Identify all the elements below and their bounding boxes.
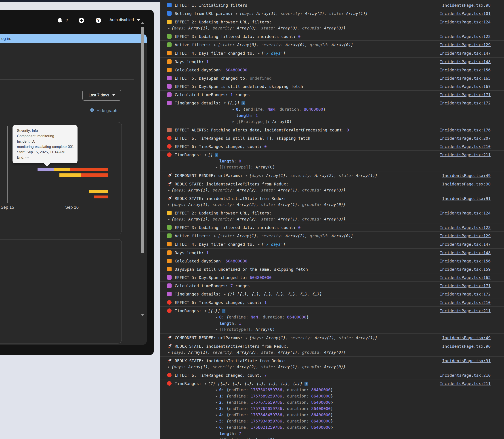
expand-toggle-icon[interactable]: ▶ — [216, 407, 217, 410]
expand-toggle-icon[interactable]: ▶ — [216, 420, 217, 423]
expand-toggle-icon[interactable]: ▶ — [258, 243, 259, 246]
source-link[interactable]: IncidentsPage.tsx:128 — [440, 34, 491, 39]
yellow-square-icon — [167, 20, 172, 24]
expand-toggle-icon[interactable]: ▶ — [216, 395, 217, 398]
expand-toggle-icon[interactable]: ▶ — [168, 365, 169, 368]
source-link[interactable]: IncidentsPage.tsx:211 — [440, 381, 491, 387]
gantt-bar-segment[interactable] — [70, 168, 108, 171]
orange-square-icon — [167, 242, 172, 246]
source-link[interactable]: IncidentsPage.tsx:207 — [440, 135, 491, 141]
source-link[interactable]: IncidentsPage.tsx:148 — [440, 59, 491, 65]
gantt-bar-segment[interactable] — [89, 190, 108, 193]
expand-toggle-icon[interactable]: ▶ — [168, 26, 169, 30]
info-icon[interactable]: i — [215, 153, 218, 157]
info-icon[interactable]: i — [305, 382, 308, 386]
expand-toggle-icon[interactable]: ▶ — [214, 43, 216, 46]
expand-toggle-icon[interactable]: ▶ — [168, 218, 169, 221]
scrollbar-thumb[interactable] — [141, 27, 144, 253]
expand-toggle-icon[interactable]: ▶ — [233, 108, 234, 111]
gantt-bar-segment[interactable] — [81, 173, 108, 177]
source-link[interactable]: IncidentsPage.tsx:156 — [440, 67, 491, 73]
source-link[interactable]: IncidentsPage.tsx:49 — [442, 335, 491, 341]
source-link[interactable]: IncidentsPage.tsx:167 — [440, 84, 491, 89]
source-link[interactable]: IncidentsPage.tsx:98 — [442, 2, 491, 8]
add-button[interactable] — [78, 17, 84, 24]
expand-toggle-icon[interactable]: ▶ — [216, 316, 217, 319]
expand-toggle-icon[interactable]: ▶ — [214, 234, 216, 237]
scroll-up-arrow-icon[interactable] — [141, 22, 144, 24]
expand-toggle-icon[interactable]: ▼ — [224, 102, 226, 105]
expand-toggle-icon[interactable]: ▶ — [224, 293, 226, 296]
expand-toggle-icon[interactable]: ▶ — [216, 388, 217, 391]
expand-toggle-icon[interactable]: ▶ — [258, 52, 259, 55]
source-link[interactable]: IncidentsPage.tsx:129 — [440, 233, 491, 239]
expand-toggle-icon[interactable]: ▶ — [246, 174, 247, 177]
source-link[interactable]: IncidentsPage.tsx:90 — [442, 343, 491, 349]
object-key: state: — [220, 233, 237, 238]
gantt-bar-segment[interactable] — [38, 168, 54, 171]
console-tree-item: ▶[[Prototype]]: Array(0) — [232, 119, 452, 125]
time-range-select[interactable]: Last 7 days — [82, 90, 121, 101]
source-link[interactable]: IncidentsPage.tsx:210 — [440, 300, 491, 305]
expand-toggle-icon[interactable]: ▼ — [205, 153, 206, 157]
expand-toggle-icon[interactable]: ▶ — [233, 120, 234, 123]
help-button[interactable]: ? — [95, 17, 102, 24]
expand-toggle-icon[interactable]: ▼ — [205, 382, 206, 385]
source-link[interactable]: IncidentsPage.tsx:172 — [440, 291, 491, 297]
tooltip-line: Component: monitoring — [17, 134, 78, 139]
app-scrollbar[interactable] — [140, 20, 144, 318]
expand-toggle-icon[interactable]: ▼ — [205, 309, 206, 312]
expand-toggle-icon[interactable]: ▶ — [216, 166, 217, 169]
source-link[interactable]: IncidentsPage.tsx:159 — [440, 267, 491, 272]
expand-toggle-icon[interactable]: ▶ — [216, 413, 217, 416]
source-link[interactable]: IncidentsPage.tsx:211 — [440, 308, 491, 314]
number-value: 604800000 — [250, 275, 272, 280]
source-link[interactable]: IncidentsPage.tsx:124 — [440, 19, 491, 25]
source-link[interactable]: IncidentsPage.tsx:156 — [440, 258, 491, 264]
gantt-bar-segment[interactable] — [59, 173, 81, 177]
source-link[interactable]: IncidentsPage.tsx:176 — [440, 127, 491, 133]
source-link[interactable]: IncidentsPage.tsx:49 — [442, 173, 491, 179]
source-link[interactable]: IncidentsPage.tsx:148 — [440, 250, 491, 256]
auth-dropdown[interactable]: Auth disabled — [109, 18, 140, 22]
notification-bell-group[interactable]: 2 — [57, 17, 68, 24]
console-message-wrapped: ▶{days: Array(1), severity: Array(0), st… — [167, 25, 452, 31]
source-link[interactable]: IncidentsPage.tsx:211 — [440, 152, 491, 158]
source-link[interactable]: IncidentsPage.tsx:129 — [440, 42, 491, 48]
expand-toggle-icon[interactable]: ▶ — [216, 401, 217, 404]
expand-toggle-icon[interactable]: ▶ — [216, 426, 217, 429]
source-link[interactable]: IncidentsPage.tsx:90 — [442, 181, 491, 187]
info-icon[interactable]: i — [222, 309, 225, 313]
source-link[interactable]: IncidentsPage.tsx:172 — [440, 100, 491, 106]
source-link[interactable]: IncidentsPage.tsx:91 — [442, 196, 491, 202]
source-link[interactable]: IncidentsPage.tsx:171 — [440, 92, 491, 98]
scroll-down-arrow-icon[interactable] — [141, 314, 144, 316]
source-link[interactable]: IncidentsPage.tsx:101 — [440, 11, 491, 16]
source-link[interactable]: IncidentsPage.tsx:210 — [440, 373, 491, 378]
source-link[interactable]: IncidentsPage.tsx:128 — [440, 225, 491, 231]
expand-toggle-icon[interactable]: ▶ — [216, 328, 217, 331]
source-link[interactable]: IncidentsPage.tsx:147 — [440, 242, 491, 247]
expand-toggle-icon[interactable]: ▶ — [246, 336, 247, 340]
source-link[interactable]: IncidentsPage.tsx:210 — [440, 144, 491, 149]
gantt-bar-segment[interactable] — [54, 168, 70, 171]
expand-toggle-icon[interactable]: ▶ — [168, 189, 169, 192]
expand-toggle-icon[interactable]: ▶ — [168, 351, 169, 354]
source-link[interactable]: IncidentsPage.tsx:171 — [440, 283, 491, 289]
info-icon[interactable]: i — [242, 101, 245, 105]
object-separator: , — [256, 202, 261, 207]
console-text: Calculated daysSpan: — [175, 259, 226, 263]
expand-toggle-icon[interactable]: ▶ — [236, 12, 238, 15]
bell-icon[interactable] — [57, 17, 63, 24]
source-link[interactable]: IncidentsPage.tsx:91 — [442, 358, 491, 364]
gantt-bar-segment[interactable] — [94, 195, 108, 198]
rocket-icon — [167, 344, 172, 349]
source-link[interactable]: IncidentsPage.tsx:124 — [440, 210, 491, 216]
source-link[interactable]: IncidentsPage.tsx:165 — [440, 75, 491, 81]
expand-toggle-icon[interactable]: ▶ — [216, 438, 217, 439]
console-tree-item: ▶0: {endTime: 1757502859786, duration: 8… — [215, 387, 452, 393]
source-link[interactable]: IncidentsPage.tsx:165 — [440, 275, 491, 280]
expand-toggle-icon[interactable]: ▶ — [168, 203, 169, 206]
source-link[interactable]: IncidentsPage.tsx:147 — [440, 50, 491, 56]
hide-graph-button[interactable]: Hide graph — [90, 108, 117, 113]
